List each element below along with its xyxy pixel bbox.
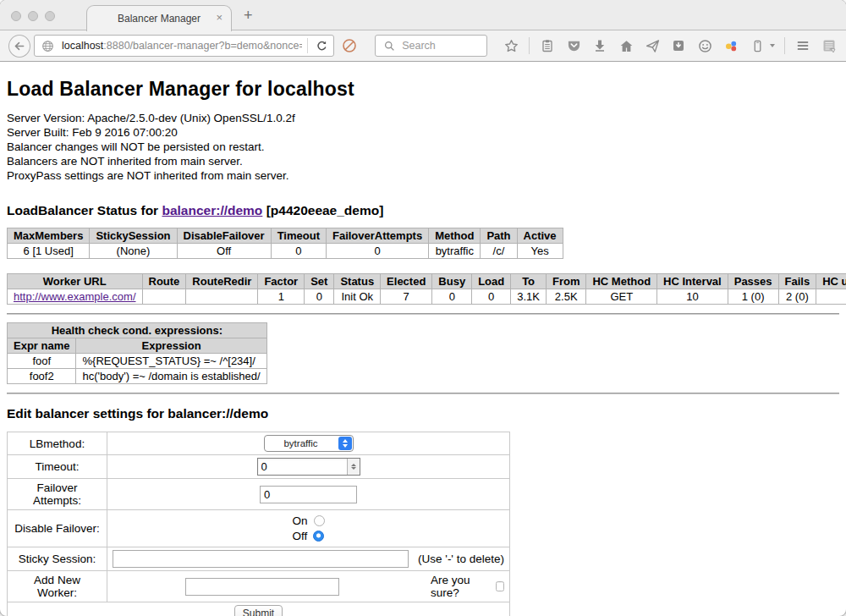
loadbalancer-status-heading: LoadBalancer Status for balancer://demo … bbox=[7, 203, 839, 218]
column-header: Worker URL bbox=[8, 274, 143, 289]
sticky-session-hint: (Use '-' to delete) bbox=[418, 553, 504, 565]
proxypass-note-line: ProxyPass settings are NOT inherited fro… bbox=[7, 168, 839, 183]
disable-failover-label: Disable Failover: bbox=[8, 510, 107, 547]
column-header: To bbox=[511, 274, 547, 289]
column-header: From bbox=[546, 274, 586, 289]
minimize-window-button[interactable] bbox=[28, 11, 38, 21]
expression-cell: %{REQUEST_STATUS} =~ /^[234]/ bbox=[76, 354, 266, 369]
column-header: Expr name bbox=[8, 338, 76, 354]
zoom-window-button[interactable] bbox=[45, 11, 55, 21]
close-window-button[interactable] bbox=[11, 11, 21, 21]
edit-settings-heading: Edit balancer settings for balancer://de… bbox=[7, 406, 839, 421]
column-header: RouteRedir bbox=[186, 274, 258, 289]
persist-note-line: Balancer changes will NOT be persisted o… bbox=[7, 140, 839, 154]
search-icon bbox=[381, 37, 398, 54]
tab-balancer-manager[interactable]: Balancer Manager × bbox=[86, 5, 232, 31]
url-bar[interactable]: localhost:8880/balancer-manager?b=demo&n… bbox=[34, 35, 334, 57]
downloads-icon[interactable] bbox=[591, 37, 608, 54]
expr-name-cell: foof bbox=[8, 354, 76, 369]
table-cell: 0 bbox=[271, 244, 326, 259]
back-arrow-icon bbox=[13, 40, 25, 52]
table-cell: 2 (0) bbox=[778, 289, 816, 305]
failover-attempts-label: Failover Attempts: bbox=[8, 479, 107, 510]
table-cell: 10 bbox=[657, 289, 728, 305]
column-header: StickySession bbox=[90, 228, 177, 244]
health-check-table: Health check cond. expressions: Expr nam… bbox=[7, 322, 267, 384]
bookmark-star-icon[interactable] bbox=[503, 37, 519, 54]
browser-window: Balancer Manager × + localhost:8880/bala… bbox=[0, 0, 846, 616]
add-new-worker-row: Add New Worker: Are you sure? bbox=[8, 571, 510, 602]
number-spinner-icon[interactable] bbox=[347, 459, 360, 475]
send-icon[interactable] bbox=[644, 37, 661, 54]
pocket-icon[interactable] bbox=[565, 37, 582, 54]
radio-on[interactable] bbox=[314, 515, 325, 526]
expr-name-cell: foof2 bbox=[8, 369, 76, 384]
radio-off-label: Off bbox=[293, 530, 308, 542]
device-battery-icon[interactable] bbox=[749, 37, 766, 54]
submit-button[interactable]: Submit bbox=[234, 605, 283, 616]
table-cell bbox=[816, 289, 846, 305]
table-cell: 0 bbox=[305, 289, 334, 305]
column-header: Set bbox=[305, 274, 334, 289]
home-icon[interactable] bbox=[618, 37, 634, 54]
failover-value-cell bbox=[107, 479, 510, 510]
chevron-down-icon[interactable] bbox=[770, 44, 775, 47]
clipboard-icon[interactable] bbox=[539, 37, 556, 54]
timeout-input[interactable] bbox=[257, 458, 360, 476]
radio-off-selected[interactable] bbox=[313, 531, 324, 542]
table-cell: 0 bbox=[326, 244, 428, 259]
server-info: Server Version: Apache/2.5.0-dev (Unix) … bbox=[7, 111, 839, 183]
add-new-worker-label: Add New Worker: bbox=[8, 571, 107, 602]
url-text[interactable]: localhost:8880/balancer-manager?b=demo&n… bbox=[62, 40, 302, 52]
add-new-worker-input[interactable] bbox=[185, 578, 339, 596]
table-cell: 0 bbox=[432, 289, 472, 305]
search-bar[interactable] bbox=[375, 35, 487, 57]
feedback-smiley-icon[interactable] bbox=[696, 37, 713, 54]
new-tab-button[interactable]: + bbox=[244, 7, 253, 25]
notebook-icon[interactable] bbox=[821, 37, 838, 54]
table-cell: 1 bbox=[258, 289, 305, 305]
content-blocked-icon[interactable] bbox=[341, 37, 358, 54]
reload-icon[interactable] bbox=[313, 37, 330, 54]
table-cell: 2.5K bbox=[546, 289, 586, 305]
health-table-title: Health check cond. expressions: bbox=[8, 323, 267, 338]
are-you-sure-checkbox[interactable] bbox=[496, 581, 504, 591]
server-built-line: Server Built: Feb 9 2016 07:00:20 bbox=[7, 125, 839, 140]
table-header-row: MaxMembersStickySessionDisableFailoverTi… bbox=[8, 228, 563, 244]
table-title-row: Health check cond. expressions: bbox=[8, 323, 267, 338]
table-header-row: Worker URLRouteRouteRedirFactorSetStatus… bbox=[8, 274, 846, 289]
extension-download-icon[interactable] bbox=[670, 37, 687, 54]
submit-row: Submit bbox=[8, 602, 510, 616]
sticky-session-input[interactable] bbox=[113, 550, 409, 568]
menu-hamburger-icon[interactable] bbox=[794, 37, 811, 54]
failover-attempts-input[interactable] bbox=[260, 486, 357, 503]
sticky-session-row: Sticky Session: (Use '-' to delete) bbox=[8, 547, 510, 571]
timeout-row: Timeout: bbox=[8, 455, 510, 479]
search-input[interactable] bbox=[402, 40, 478, 52]
table-cell: /c/ bbox=[481, 244, 517, 259]
lbmethod-select[interactable]: bytraffic bbox=[264, 435, 354, 452]
globe-icon bbox=[40, 37, 57, 54]
column-header: Busy bbox=[432, 274, 472, 289]
lbmethod-row: LBmethod: bytraffic bbox=[8, 432, 510, 455]
worker-url-link[interactable]: http://www.example.com/ bbox=[14, 290, 136, 303]
table-header-row: Expr nameExpression bbox=[8, 338, 267, 354]
status-heading-suffix: [p4420eeae_demo] bbox=[262, 203, 383, 217]
table-cell: 1 (0) bbox=[728, 289, 778, 305]
table-cell bbox=[142, 289, 186, 305]
radio-on-label: On bbox=[292, 514, 307, 527]
column-header: Load bbox=[472, 274, 511, 289]
table-cell: 3.1K bbox=[511, 289, 547, 305]
table-cell bbox=[186, 289, 258, 305]
tab-close-icon[interactable]: × bbox=[216, 12, 222, 23]
back-button[interactable] bbox=[8, 35, 30, 58]
column-header: Route bbox=[142, 274, 186, 289]
color-dots-icon[interactable] bbox=[722, 37, 739, 54]
column-header: MaxMembers bbox=[8, 228, 90, 244]
inherit-note-line: Balancers are NOT inherited from main se… bbox=[7, 154, 839, 168]
column-header: FailoverAttempts bbox=[326, 228, 428, 244]
are-you-sure-label: Are you sure? bbox=[431, 574, 489, 599]
balancer-demo-link[interactable]: balancer://demo bbox=[162, 203, 262, 217]
window-controls[interactable] bbox=[11, 11, 55, 21]
toolbar-divider-2 bbox=[784, 37, 785, 54]
